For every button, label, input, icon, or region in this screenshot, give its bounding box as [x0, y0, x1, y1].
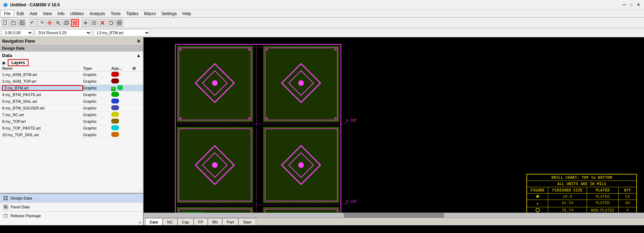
release-package-icon — [3, 213, 8, 219]
toolbar-add-pad[interactable] — [90, 19, 98, 27]
svg-point-79 — [180, 49, 182, 51]
layer-row-9[interactable]: 9:my_TOP_PASTE.art Graphic — [0, 125, 143, 132]
svg-point-86 — [334, 117, 337, 119]
menu-add[interactable]: Add — [27, 10, 40, 17]
menu-macro[interactable]: Macro — [141, 10, 158, 17]
tab-nc[interactable]: NC — [163, 218, 177, 225]
menu-file[interactable]: File — [1, 10, 14, 17]
drill-chart-col-header: FIGURE FINISHED SIZE PLATED QTY — [527, 187, 636, 194]
svg-rect-35 — [4, 206, 6, 207]
nav-release-package[interactable]: Release Package — [0, 211, 143, 220]
svg-line-10 — [59, 24, 60, 25]
svg-rect-38 — [6, 207, 7, 208]
menu-view[interactable]: View — [40, 10, 55, 17]
aperture-select[interactable]: 3.00:3.00 — [1, 29, 33, 36]
maximize-button[interactable]: □ — [629, 2, 634, 8]
svg-rect-13 — [64, 21, 68, 25]
layer-row-8[interactable]: 8:my_TOP.art Graphic — [0, 118, 143, 125]
svg-point-82 — [248, 117, 250, 119]
tab-cam[interactable]: Cam — [145, 218, 163, 225]
svg-rect-30 — [4, 196, 5, 198]
tab-cap[interactable]: Cap — [177, 218, 194, 225]
toolbar-open[interactable] — [10, 19, 18, 27]
layer-select[interactable]: L3:my_BTM.art — [94, 29, 150, 36]
tab-start[interactable]: Start — [238, 218, 256, 225]
columns-icon[interactable]: ⊞ — [132, 66, 141, 71]
nav-scroll-indicator: ··· — [0, 188, 143, 193]
menu-tables[interactable]: Tables — [124, 10, 142, 17]
drill-chart-title2: ALL UNITS ARE IN MILS — [527, 181, 636, 187]
drill-chart-row-1: 10.0 PLATED 54 — [527, 194, 636, 200]
svg-rect-0 — [4, 21, 6, 25]
layer-row-1[interactable]: 1:my_ASM_BTM.art Graphic — [0, 71, 143, 78]
toolbar-new[interactable] — [1, 19, 9, 27]
nav-design-data[interactable]: Design Data — [0, 194, 143, 202]
nav-pane-title: Navigation Pane — [2, 39, 35, 44]
svg-point-84 — [334, 49, 337, 51]
menu-tools[interactable]: Tools — [108, 10, 124, 17]
toolbar-extra[interactable] — [115, 19, 123, 27]
tool-select[interactable]: D14 Round 0.25 — [35, 29, 92, 36]
scrollbar-thumb[interactable] — [344, 213, 444, 218]
design-data-label: Design Data — [11, 196, 32, 200]
svg-point-81 — [180, 117, 182, 119]
toolbar-delete[interactable] — [99, 19, 106, 27]
svg-rect-31 — [6, 196, 8, 198]
layer-row-10[interactable]: 10:my_TOP_SKIL.art Graphic — [0, 132, 143, 138]
svg-rect-33 — [6, 199, 8, 200]
tab-part[interactable]: Part — [222, 218, 238, 225]
menu-utilities[interactable]: Utilities — [67, 10, 87, 17]
menu-help[interactable]: Help — [180, 10, 194, 17]
scroll-up[interactable]: ▲ — [136, 53, 141, 58]
minimize-button[interactable]: — — [621, 2, 627, 8]
layers-section: Data ▲ ▣ Layers Name Type App... ⊞ 1:my_… — [0, 51, 143, 188]
menu-info[interactable]: Info — [55, 10, 67, 17]
nav-panel-data[interactable]: Panel Data — [0, 202, 143, 211]
svg-rect-32 — [4, 199, 5, 200]
bottom-tabs: Cam NC Cap FP BN Part Start — [144, 218, 644, 225]
toolbar-copy-window[interactable] — [63, 19, 70, 27]
layer-row-2[interactable]: 2:my_ASM_TOP.art Graphic — [0, 78, 143, 85]
layers-row: ▣ Layers — [0, 59, 143, 66]
horizontal-scrollbar[interactable] — [144, 213, 644, 218]
design-data-icon — [3, 195, 8, 201]
release-package-label: Release Package — [11, 214, 41, 218]
toolbar-undo[interactable] — [29, 19, 37, 27]
layer-row-7[interactable]: 7:my_NC.art Graphic — [0, 112, 143, 118]
titlebar: 🔷 Untitled - CAM350 V 10.5 — □ ✕ — [0, 0, 644, 10]
expand-icon[interactable]: ▣ — [2, 61, 5, 65]
svg-rect-3 — [21, 21, 23, 22]
navigation-pane: Navigation Pane ✕ Design Data Data ▲ ▣ L… — [0, 37, 144, 225]
menu-analysis[interactable]: Analysis — [87, 10, 108, 17]
panel-data-icon — [3, 204, 8, 210]
layer-row-6[interactable]: 6:my_BTM_SOLDER.art Graphic — [0, 105, 143, 112]
toolbar-zoom-in[interactable] — [54, 19, 62, 27]
menu-edit[interactable]: Edit — [14, 10, 27, 17]
close-button[interactable]: ✕ — [636, 2, 641, 8]
layers-label-text: Layers — [8, 59, 29, 66]
toolbar-active-highlighted[interactable] — [71, 19, 79, 27]
menu-settings[interactable]: Settings — [159, 10, 180, 17]
toolbar-save[interactable] — [18, 19, 26, 27]
svg-rect-14 — [65, 21, 69, 24]
svg-point-65 — [298, 162, 304, 168]
tab-bn[interactable]: BN — [208, 218, 222, 225]
drill-chart-row-2: ✦ 41.34 PLATED 44 — [527, 200, 636, 207]
layer-row-5[interactable]: 5:my_BTM_SKIL.art Graphic — [0, 98, 143, 105]
nav-expand-arrow[interactable]: » — [0, 220, 143, 225]
toolbar-crosshair[interactable] — [82, 19, 89, 27]
data-header: Data ▲ — [0, 51, 143, 59]
nav-pane-close[interactable]: ✕ — [137, 38, 141, 44]
nav-pane-header: Navigation Pane ✕ — [0, 37, 143, 45]
app-icon: 🔷 — [3, 2, 8, 7]
toolbar-target[interactable] — [46, 19, 54, 27]
menubar: File Edit Add View Info Utilities Analys… — [0, 10, 644, 18]
toolbar-redo[interactable] — [37, 19, 45, 27]
layer-row-3[interactable]: 3:my_BTM.art Graphic T — [0, 85, 143, 92]
toolbar-refresh[interactable] — [107, 19, 115, 27]
canvas-area[interactable]: Lr — [144, 37, 644, 225]
svg-point-83 — [266, 49, 268, 51]
tab-fp[interactable]: FP — [194, 218, 208, 225]
svg-rect-25 — [117, 21, 121, 25]
layer-row-4[interactable]: 4:my_BTM_PASTE.art Graphic — [0, 92, 143, 98]
